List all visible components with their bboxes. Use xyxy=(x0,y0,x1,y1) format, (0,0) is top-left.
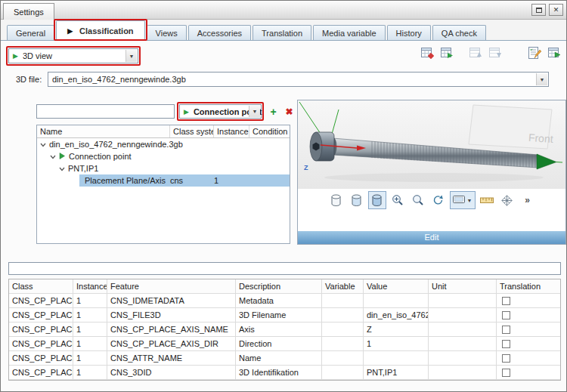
tree-cell xyxy=(170,138,214,150)
tree-cell xyxy=(170,150,214,162)
view-type-combobox[interactable]: ▶ 3D view ▼ xyxy=(8,48,138,63)
zoom-in-icon[interactable] xyxy=(389,191,407,209)
tab-history[interactable]: History xyxy=(387,25,431,40)
export-table-icon[interactable] xyxy=(547,46,562,60)
close-button[interactable]: ✕ xyxy=(549,4,563,16)
tree-cell: 1 xyxy=(214,174,249,187)
feature-row[interactable]: CNS_CP_PLACE_PA 1 CNS_CP_PLACE_AXIS_DIR … xyxy=(9,337,560,351)
feature-row[interactable]: CNS_CP_PLACE_PA 1 CNS_3DID 3D Identifika… xyxy=(9,366,560,380)
edit-qa-list-icon[interactable] xyxy=(528,46,542,60)
green-play-icon: ▶ xyxy=(184,108,189,116)
chevron-expanded-icon[interactable] xyxy=(50,150,57,162)
feature-row[interactable]: CNS_CP_PLACE_PA 1 CNS_CP_PLACE_AXIS_NAME… xyxy=(9,323,560,337)
tab-settings-window[interactable]: Settings xyxy=(3,3,54,20)
tab-views[interactable]: Views xyxy=(147,25,187,40)
cell-unit xyxy=(429,337,497,351)
edit-button[interactable]: Edit xyxy=(298,231,565,244)
cell-instance: 1 xyxy=(73,294,107,308)
col-feature[interactable]: Feature xyxy=(107,279,236,294)
zoom-fit-icon[interactable] xyxy=(409,191,427,209)
col-description[interactable]: Description xyxy=(236,279,322,294)
move-row-down-icon[interactable] xyxy=(488,46,503,60)
settings-window: Settings ✕ General ▶ Classification View… xyxy=(0,0,567,392)
cell-variable xyxy=(322,351,364,366)
maximize-icon xyxy=(536,8,542,13)
tree-col-condition[interactable]: Condition xyxy=(249,125,290,137)
window-title: Settings xyxy=(14,8,44,17)
translation-checkbox[interactable] xyxy=(502,369,510,377)
tab-label: History xyxy=(396,29,422,38)
col-instance[interactable]: Instance xyxy=(73,279,107,294)
feature-row[interactable]: CNS_CP_PLACE_PA 1 CNS_ATTR_NAME Name xyxy=(9,351,560,366)
tree-row-root[interactable]: din_en_iso_4762_nenngewinde.3gb xyxy=(37,138,290,150)
translation-checkbox[interactable] xyxy=(502,354,510,363)
chevron-expanded-icon[interactable] xyxy=(59,162,66,174)
col-class[interactable]: Class xyxy=(9,279,73,294)
classification-page: ▶ 3D view ▼ xyxy=(1,40,566,391)
cell-description: Direction xyxy=(236,337,322,351)
edit-button-label: Edit xyxy=(425,233,439,242)
file-combobox[interactable]: din_en_iso_4762_nenngewinde.3gb ▼ xyxy=(48,72,549,87)
tree-row-pnt-ip1[interactable]: PNT,IP1 xyxy=(37,162,290,174)
cell-value: 1 xyxy=(364,337,429,351)
chevron-down-icon[interactable]: ▼ xyxy=(536,73,547,85)
measure-ruler-icon[interactable] xyxy=(478,191,496,209)
tree-row-placement-plane-axis-selected[interactable]: Placement Plane/Axis cns 1 xyxy=(37,174,290,187)
tab-translation[interactable]: Translation xyxy=(253,25,311,40)
open-table-icon[interactable] xyxy=(420,46,435,60)
feature-table-header: Class Instance Feature Description Varia… xyxy=(9,279,560,294)
3d-viewport[interactable]: Front Z xyxy=(298,100,565,189)
translation-checkbox[interactable] xyxy=(502,311,510,319)
cell-feature: CNS_FILE3D xyxy=(107,308,236,323)
col-variable[interactable]: Variable xyxy=(322,279,364,294)
move-row-up-icon[interactable] xyxy=(469,46,483,60)
tree-node-label: Placement Plane/Axis xyxy=(85,176,166,185)
translation-checkbox[interactable] xyxy=(502,326,510,334)
maximize-button[interactable] xyxy=(531,4,546,16)
cell-feature: CNS_CP_PLACE_AXIS_NAME xyxy=(107,323,236,337)
col-unit[interactable]: Unit xyxy=(429,279,497,294)
cell-instance: 1 xyxy=(73,351,107,366)
cylinder-view-icon[interactable] xyxy=(327,191,345,209)
tree-col-name[interactable]: Name xyxy=(37,125,170,137)
classification-toolbar xyxy=(420,46,562,60)
feature-table: Class Instance Feature Description Varia… xyxy=(8,279,561,381)
translation-checkbox[interactable] xyxy=(502,340,510,348)
connection-point-combobox[interactable]: ▶ Connection point ▼ xyxy=(179,104,262,119)
tab-qa-check[interactable]: QA check xyxy=(432,25,486,40)
chevron-down-icon[interactable]: ▼ xyxy=(125,50,137,62)
green-play-icon: ▶ xyxy=(13,52,18,60)
tab-general[interactable]: General xyxy=(7,25,54,40)
tree-filter-input[interactable] xyxy=(36,104,175,119)
cell-class: CNS_CP_PLACE_PA xyxy=(9,337,73,351)
tree-cell xyxy=(249,162,290,174)
wireframe-mesh-icon[interactable] xyxy=(498,191,516,209)
feature-row[interactable]: CNS_CP_PLACE_PA 1 CNS_IDMETADATA Metadat… xyxy=(9,294,560,308)
cell-variable xyxy=(322,308,364,323)
link-table-icon[interactable] xyxy=(440,46,454,60)
feature-row[interactable]: CNS_CP_PLACE_PA 1 CNS_FILE3D 3D Filename… xyxy=(9,308,560,323)
add-connection-point-button[interactable]: + xyxy=(267,105,280,118)
window-controls: ✕ xyxy=(531,4,563,16)
toolbar-overflow-button[interactable]: » xyxy=(519,191,537,209)
cylinder-shaded-view-icon[interactable] xyxy=(348,191,366,209)
delete-connection-point-button[interactable]: ✖ xyxy=(283,105,296,118)
chevron-expanded-icon[interactable] xyxy=(40,138,47,150)
col-translation[interactable]: Translation xyxy=(497,279,560,294)
feature-filter-input[interactable] xyxy=(8,262,561,275)
tree-row-connection-point[interactable]: Connection point xyxy=(37,150,290,162)
col-value[interactable]: Value xyxy=(364,279,429,294)
tab-media-variable[interactable]: Media variable xyxy=(313,25,386,40)
translation-checkbox[interactable] xyxy=(502,297,510,305)
tab-label: General xyxy=(16,29,45,38)
tree-col-class-system[interactable]: Class system xyxy=(170,125,214,137)
tab-accessories[interactable]: Accessories xyxy=(188,25,251,40)
view-mode-dropdown[interactable]: ▼ xyxy=(450,191,476,209)
chevron-down-icon[interactable]: ▼ xyxy=(249,106,260,117)
tree-col-instance[interactable]: Instance xyxy=(214,125,249,137)
rotate-view-icon[interactable] xyxy=(429,191,448,209)
tab-classification[interactable]: ▶ Classification xyxy=(56,20,144,40)
cylinder-solid-view-icon[interactable] xyxy=(368,191,386,209)
close-icon: ✕ xyxy=(553,6,559,14)
cell-unit xyxy=(429,351,497,366)
